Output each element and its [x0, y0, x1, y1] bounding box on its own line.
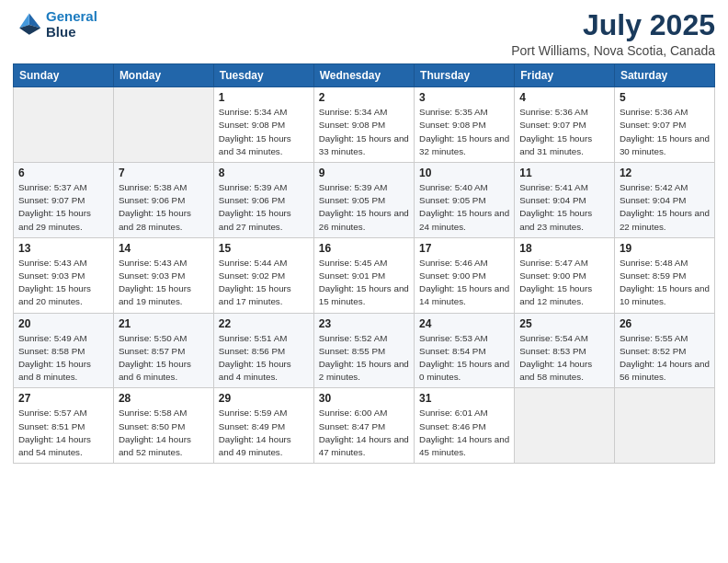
day-info: Sunrise: 5:42 AMSunset: 9:04 PMDaylight:… — [620, 181, 710, 234]
day-info: Sunrise: 5:43 AMSunset: 9:03 PMDaylight:… — [119, 257, 209, 309]
day-number: 9 — [319, 167, 409, 179]
day-number: 30 — [319, 392, 409, 405]
calendar-cell: 28Sunrise: 5:58 AMSunset: 8:50 PMDayligh… — [113, 388, 213, 464]
calendar-cell: 29Sunrise: 5:59 AMSunset: 8:49 PMDayligh… — [213, 388, 313, 464]
calendar-cell: 19Sunrise: 5:48 AMSunset: 8:59 PMDayligh… — [614, 237, 714, 313]
calendar-week-2: 6Sunrise: 5:37 AMSunset: 9:07 PMDaylight… — [14, 163, 715, 238]
day-info: Sunrise: 5:48 AMSunset: 8:59 PMDaylight:… — [620, 257, 710, 309]
weekday-header-monday: Monday — [113, 64, 213, 87]
calendar-cell: 2Sunrise: 5:34 AMSunset: 9:08 PMDaylight… — [313, 87, 414, 163]
day-info: Sunrise: 5:37 AMSunset: 9:07 PMDaylight:… — [18, 181, 108, 234]
calendar-cell: 18Sunrise: 5:47 AMSunset: 9:00 PMDayligh… — [515, 237, 615, 313]
day-number: 16 — [319, 242, 409, 255]
day-number: 10 — [419, 167, 509, 179]
title-block: July 2025 Port Williams, Nova Scotia, Ca… — [511, 9, 715, 58]
day-number: 12 — [620, 167, 710, 179]
main-title: July 2025 — [511, 9, 715, 41]
calendar-cell: 12Sunrise: 5:42 AMSunset: 9:04 PMDayligh… — [614, 163, 714, 238]
day-info: Sunrise: 5:59 AMSunset: 8:49 PMDaylight:… — [219, 407, 309, 459]
calendar-cell: 6Sunrise: 5:37 AMSunset: 9:07 PMDaylight… — [14, 163, 114, 238]
calendar-cell: 31Sunrise: 6:01 AMSunset: 8:46 PMDayligh… — [415, 388, 515, 464]
day-info: Sunrise: 5:40 AMSunset: 9:05 PMDaylight:… — [419, 181, 509, 234]
calendar-cell: 4Sunrise: 5:36 AMSunset: 9:07 PMDaylight… — [515, 87, 615, 163]
calendar-cell: 25Sunrise: 5:54 AMSunset: 8:53 PMDayligh… — [515, 313, 615, 388]
day-number: 28 — [119, 392, 209, 405]
day-info: Sunrise: 5:55 AMSunset: 8:52 PMDaylight:… — [620, 332, 710, 385]
day-info: Sunrise: 5:39 AMSunset: 9:06 PMDaylight:… — [219, 181, 309, 234]
day-number: 3 — [419, 91, 509, 104]
day-number: 24 — [419, 317, 509, 330]
calendar-cell: 23Sunrise: 5:52 AMSunset: 8:55 PMDayligh… — [313, 313, 414, 388]
subtitle: Port Williams, Nova Scotia, Canada — [511, 43, 715, 58]
calendar-cell: 8Sunrise: 5:39 AMSunset: 9:06 PMDaylight… — [213, 163, 313, 238]
day-info: Sunrise: 6:01 AMSunset: 8:46 PMDaylight:… — [419, 407, 509, 459]
day-number: 8 — [219, 167, 309, 179]
calendar-cell — [614, 388, 714, 464]
calendar-cell: 11Sunrise: 5:41 AMSunset: 9:04 PMDayligh… — [515, 163, 615, 238]
day-number: 31 — [419, 392, 509, 405]
day-info: Sunrise: 5:43 AMSunset: 9:03 PMDaylight:… — [18, 257, 108, 309]
day-info: Sunrise: 5:51 AMSunset: 8:56 PMDaylight:… — [219, 332, 309, 385]
logo-icon — [13, 10, 42, 40]
day-number: 19 — [620, 242, 710, 255]
logo-text: General Blue — [46, 9, 97, 40]
calendar-cell: 30Sunrise: 6:00 AMSunset: 8:47 PMDayligh… — [313, 388, 414, 464]
weekday-header-thursday: Thursday — [415, 64, 515, 87]
calendar-cell: 26Sunrise: 5:55 AMSunset: 8:52 PMDayligh… — [614, 313, 714, 388]
calendar-cell: 21Sunrise: 5:50 AMSunset: 8:57 PMDayligh… — [113, 313, 213, 388]
weekday-header-tuesday: Tuesday — [213, 64, 313, 87]
calendar-cell: 1Sunrise: 5:34 AMSunset: 9:08 PMDaylight… — [213, 87, 313, 163]
calendar-cell: 3Sunrise: 5:35 AMSunset: 9:08 PMDaylight… — [415, 87, 515, 163]
calendar-cell: 10Sunrise: 5:40 AMSunset: 9:05 PMDayligh… — [415, 163, 515, 238]
day-number: 14 — [119, 242, 209, 255]
day-info: Sunrise: 5:36 AMSunset: 9:07 PMDaylight:… — [620, 106, 710, 158]
day-info: Sunrise: 5:34 AMSunset: 9:08 PMDaylight:… — [219, 106, 309, 158]
weekday-header-row: SundayMondayTuesdayWednesdayThursdayFrid… — [14, 64, 715, 87]
calendar-cell: 13Sunrise: 5:43 AMSunset: 9:03 PMDayligh… — [14, 237, 114, 313]
day-number: 20 — [18, 317, 108, 330]
day-number: 26 — [620, 317, 710, 330]
day-info: Sunrise: 5:45 AMSunset: 9:01 PMDaylight:… — [319, 257, 409, 309]
day-number: 7 — [119, 167, 209, 179]
calendar-cell: 24Sunrise: 5:53 AMSunset: 8:54 PMDayligh… — [415, 313, 515, 388]
day-number: 25 — [519, 317, 609, 330]
day-number: 18 — [519, 242, 609, 255]
day-number: 22 — [219, 317, 309, 330]
day-info: Sunrise: 5:46 AMSunset: 9:00 PMDaylight:… — [419, 257, 509, 309]
calendar-cell: 27Sunrise: 5:57 AMSunset: 8:51 PMDayligh… — [14, 388, 114, 464]
weekday-header-saturday: Saturday — [614, 64, 714, 87]
logo: General Blue — [13, 9, 97, 40]
day-info: Sunrise: 5:49 AMSunset: 8:58 PMDaylight:… — [18, 332, 108, 385]
day-info: Sunrise: 5:54 AMSunset: 8:53 PMDaylight:… — [519, 332, 609, 385]
day-number: 11 — [519, 167, 609, 179]
day-info: Sunrise: 5:50 AMSunset: 8:57 PMDaylight:… — [119, 332, 209, 385]
day-number: 27 — [18, 392, 108, 405]
calendar-cell: 16Sunrise: 5:45 AMSunset: 9:01 PMDayligh… — [313, 237, 414, 313]
day-info: Sunrise: 5:38 AMSunset: 9:06 PMDaylight:… — [119, 181, 209, 234]
day-number: 5 — [620, 91, 710, 104]
day-info: Sunrise: 5:35 AMSunset: 9:08 PMDaylight:… — [419, 106, 509, 158]
calendar-week-4: 20Sunrise: 5:49 AMSunset: 8:58 PMDayligh… — [14, 313, 715, 388]
calendar-cell: 22Sunrise: 5:51 AMSunset: 8:56 PMDayligh… — [213, 313, 313, 388]
day-info: Sunrise: 5:39 AMSunset: 9:05 PMDaylight:… — [319, 181, 409, 234]
day-info: Sunrise: 6:00 AMSunset: 8:47 PMDaylight:… — [319, 407, 409, 459]
day-info: Sunrise: 5:47 AMSunset: 9:00 PMDaylight:… — [519, 257, 609, 309]
day-number: 2 — [319, 91, 409, 104]
day-number: 17 — [419, 242, 509, 255]
day-info: Sunrise: 5:53 AMSunset: 8:54 PMDaylight:… — [419, 332, 509, 385]
day-info: Sunrise: 5:57 AMSunset: 8:51 PMDaylight:… — [18, 407, 108, 459]
day-info: Sunrise: 5:58 AMSunset: 8:50 PMDaylight:… — [119, 407, 209, 459]
page: General Blue July 2025 Port Williams, No… — [0, 0, 728, 563]
calendar-cell — [113, 87, 213, 163]
day-info: Sunrise: 5:41 AMSunset: 9:04 PMDaylight:… — [519, 181, 609, 234]
calendar-cell: 5Sunrise: 5:36 AMSunset: 9:07 PMDaylight… — [614, 87, 714, 163]
weekday-header-friday: Friday — [515, 64, 615, 87]
calendar-cell: 17Sunrise: 5:46 AMSunset: 9:00 PMDayligh… — [415, 237, 515, 313]
calendar-week-5: 27Sunrise: 5:57 AMSunset: 8:51 PMDayligh… — [14, 388, 715, 464]
calendar-cell: 7Sunrise: 5:38 AMSunset: 9:06 PMDaylight… — [113, 163, 213, 238]
day-info: Sunrise: 5:44 AMSunset: 9:02 PMDaylight:… — [219, 257, 309, 309]
calendar-cell: 15Sunrise: 5:44 AMSunset: 9:02 PMDayligh… — [213, 237, 313, 313]
day-info: Sunrise: 5:36 AMSunset: 9:07 PMDaylight:… — [519, 106, 609, 158]
day-number: 4 — [519, 91, 609, 104]
day-info: Sunrise: 5:52 AMSunset: 8:55 PMDaylight:… — [319, 332, 409, 385]
